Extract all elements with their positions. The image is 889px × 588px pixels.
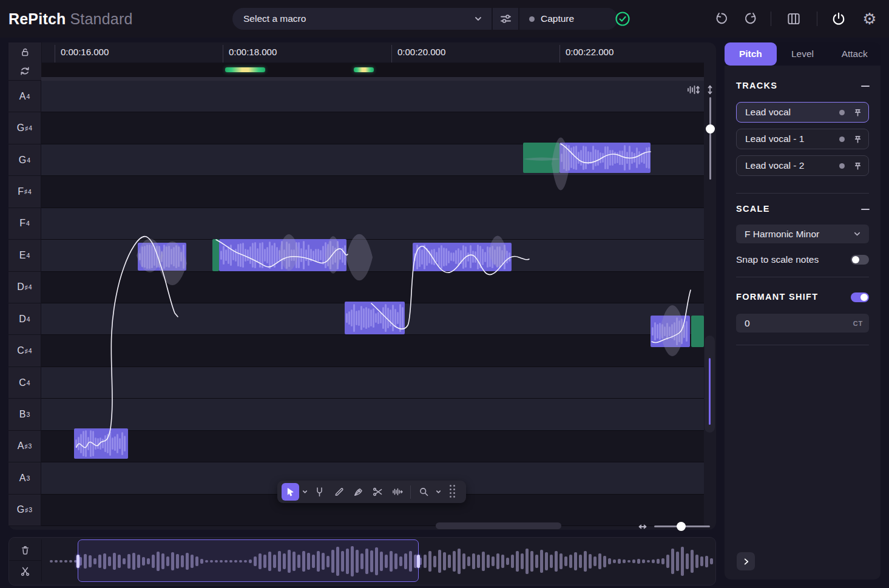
macro-sliders-button[interactable] (493, 8, 518, 30)
track-pin-icon[interactable] (853, 108, 862, 117)
tab-attack[interactable]: Attack (828, 42, 881, 66)
loop-button[interactable] (8, 61, 42, 81)
note-waveform-bar (484, 252, 486, 263)
chevron-down-icon (853, 229, 862, 238)
cut-button[interactable] (9, 561, 42, 581)
macro-select[interactable]: Select a macro (232, 8, 492, 30)
selection-left-handle[interactable] (76, 555, 79, 568)
track-item[interactable]: Lead vocal - 2 (736, 155, 869, 176)
tracks-collapse-button[interactable] (861, 86, 870, 87)
vertical-waveform-zoom-icon[interactable] (686, 84, 701, 96)
zoom-tool-chevron[interactable] (434, 483, 442, 501)
overview-bar (428, 551, 431, 572)
loop-marker[interactable] (354, 67, 374, 72)
note-waveform-bar (566, 144, 567, 172)
undo-button[interactable] (713, 10, 730, 27)
selection-right-handle[interactable] (417, 555, 420, 568)
track-pin-icon[interactable] (853, 135, 862, 144)
note-block[interactable] (212, 239, 346, 271)
note-waveform-bar (146, 245, 148, 269)
note-waveform-bar (279, 250, 280, 260)
note-block[interactable] (138, 243, 186, 271)
scissors-tool-button[interactable] (369, 483, 387, 501)
timeline-ruler[interactable]: 0:00:16.0000:00:18.0000:00:20.0000:00:22… (41, 42, 704, 63)
note-waveform-bar (445, 248, 447, 265)
note-waveform-bar (385, 304, 387, 332)
pitch-grid[interactable] (41, 81, 704, 526)
note-waveform-bar (506, 251, 508, 263)
note-waveform-bar (262, 242, 263, 268)
note-waveform-bar (421, 249, 423, 265)
track-pin-icon[interactable] (853, 161, 862, 171)
overview-bar (506, 558, 509, 564)
settings-gear-button[interactable]: ⚙ (861, 10, 878, 27)
power-button[interactable] (830, 10, 847, 27)
note-block[interactable] (74, 428, 128, 459)
note-block[interactable] (651, 316, 704, 347)
note-waveform-bar (252, 243, 254, 268)
note-waveform-bar (139, 253, 141, 261)
note-waveform-bar (225, 249, 227, 261)
capture-button[interactable]: Capture (519, 8, 618, 30)
tab-level[interactable]: Level (777, 42, 829, 66)
vertical-zoom-slider-thumb[interactable] (706, 124, 715, 133)
note-label-Gs4: G♯4 (8, 112, 41, 144)
vertical-scroll-arrows-icon[interactable] (705, 84, 715, 96)
formant-shift-toggle[interactable] (851, 292, 869, 302)
note-waveform-bar (428, 251, 430, 264)
grid-row (41, 208, 704, 240)
formant-shift-input[interactable]: 0 CT (736, 314, 869, 333)
snap-to-scale-toggle[interactable] (851, 255, 869, 265)
toolbar-drag-handle[interactable] (444, 483, 462, 501)
note-waveform-bar (580, 150, 582, 166)
scale-collapse-button[interactable] (861, 209, 870, 210)
track-item[interactable]: Lead vocal - 1 (736, 129, 869, 149)
pen-tool-button[interactable] (350, 483, 367, 501)
vertical-zoom-slider-track[interactable] (709, 97, 711, 180)
note-waveform-bar (487, 246, 488, 268)
overview-selection[interactable] (78, 539, 419, 582)
select-tool-button[interactable] (282, 483, 299, 501)
note-waveform-bar (308, 245, 309, 265)
redo-button[interactable] (742, 10, 759, 27)
note-waveform-bar (235, 249, 237, 262)
track-item[interactable]: Lead vocal (736, 102, 869, 123)
note-block[interactable] (413, 243, 512, 271)
tab-pitch[interactable]: Pitch (725, 42, 777, 66)
overview-bar (59, 560, 63, 562)
loop-marker[interactable] (225, 67, 265, 72)
note-waveform-bar (465, 246, 467, 268)
pencil-tool-button[interactable] (330, 483, 348, 501)
note-waveform-bar (443, 248, 445, 266)
note-waveform-bar (281, 241, 283, 269)
delete-button[interactable] (9, 539, 42, 561)
note-block[interactable] (345, 302, 405, 334)
vertical-scrollbar-thumb[interactable] (709, 358, 711, 425)
panel-divider (736, 277, 869, 277)
note-label-Fs4: F♯4 (8, 176, 41, 208)
loop-strip[interactable] (41, 63, 704, 77)
panel-next-button[interactable] (737, 552, 755, 570)
zoom-tool-button[interactable] (415, 483, 433, 501)
horizontal-zoom-slider-thumb[interactable] (677, 522, 686, 531)
note-body (345, 302, 405, 334)
note-block[interactable] (523, 143, 651, 173)
status-check-icon (614, 10, 631, 27)
note-waveform-bar (416, 245, 418, 270)
horizontal-scrollbar[interactable] (436, 522, 561, 529)
layout-columns-button[interactable] (785, 10, 802, 27)
scale-dropdown[interactable]: F Harmonic Minor (736, 225, 869, 243)
note-waveform-bar (661, 324, 663, 339)
waveform-tool-button[interactable] (388, 483, 406, 501)
select-tool-chevron[interactable] (301, 483, 309, 501)
note-waveform-bar (240, 243, 242, 267)
note-waveform-bar (183, 245, 184, 269)
note-waveform-bar (636, 147, 638, 168)
note-waveform-bar (392, 305, 394, 331)
note-waveform-bar (600, 152, 601, 163)
note-waveform-bar (154, 248, 155, 266)
edit-toolbar (277, 481, 466, 503)
lock-button[interactable] (8, 42, 42, 62)
note-waveform-bar (114, 436, 116, 451)
tuning-fork-tool-button[interactable] (311, 483, 328, 501)
